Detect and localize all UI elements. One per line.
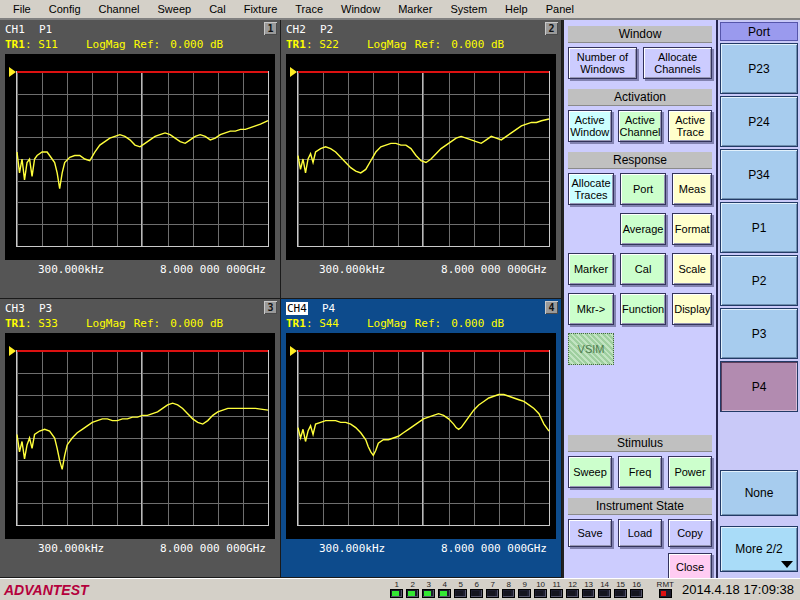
trace-info: TR1: S22LogMagRef:0.000 dB — [281, 36, 561, 53]
channel-window-1[interactable]: CH1 P1 1 TR1: S11LogMagRef:0.000 dB 300.… — [0, 20, 280, 298]
window-number-badge: 1 — [264, 22, 277, 35]
port-label: P3 — [39, 302, 52, 315]
channel-window-3[interactable]: CH3 P3 3 TR1: S33LogMagRef:0.000 dB 300.… — [0, 299, 280, 577]
allocate-channels-button[interactable]: Allocate Channels — [643, 47, 712, 79]
vsim-button: VSIM — [568, 333, 614, 365]
channel-indicators: 12345678910111213141516 — [389, 581, 645, 598]
more-label: More 2/2 — [735, 542, 782, 556]
plot-area[interactable] — [286, 333, 556, 539]
rmt-lamp-box — [659, 589, 672, 598]
allocate-traces-button[interactable]: Allocate Traces — [568, 173, 614, 205]
port-p24-button[interactable]: P24 — [720, 96, 798, 147]
marker-button[interactable]: Marker — [568, 253, 614, 285]
menu-cal[interactable]: Cal — [200, 1, 235, 17]
menu-sweep[interactable]: Sweep — [149, 1, 201, 17]
colon: : — [25, 317, 38, 330]
close-button[interactable]: Close — [668, 553, 712, 581]
channel-indicator: 12 — [565, 581, 581, 598]
channel-window-2[interactable]: CH2 P2 2 TR1: S22LogMagRef:0.000 dB 300.… — [281, 20, 561, 298]
menu-channel[interactable]: Channel — [90, 1, 149, 17]
sweep-button[interactable]: Sweep — [568, 456, 612, 488]
ref-label: Ref: — [134, 38, 161, 51]
stop-frequency: 8.000 000 000GHz — [160, 263, 266, 278]
menu-help[interactable]: Help — [496, 1, 537, 17]
port-none-button[interactable]: None — [720, 470, 798, 516]
s-parameter: S22 — [319, 38, 339, 51]
trace-plot — [17, 72, 268, 246]
channel-windows-area: CH1 P1 1 TR1: S11LogMagRef:0.000 dB 300.… — [0, 20, 562, 578]
format-button[interactable]: Format — [672, 213, 712, 245]
channel-indicator: 14 — [597, 581, 613, 598]
channel-label: CH2 — [286, 23, 306, 36]
status-bar: ADVANTEST 12345678910111213141516 RMT 20… — [0, 578, 800, 600]
power-button[interactable]: Power — [668, 456, 712, 488]
trace-info: TR1: S33LogMagRef:0.000 dB — [0, 315, 280, 332]
trace-info: TR1: S44LogMagRef:0.000 dB — [281, 315, 561, 332]
plot-area[interactable] — [5, 333, 275, 539]
plot-area[interactable] — [5, 54, 275, 260]
format-label: LogMag — [367, 317, 407, 330]
port-label: P1 — [39, 23, 52, 36]
menu-fixture[interactable]: Fixture — [235, 1, 287, 17]
port-p4-button-selected[interactable]: P4 — [720, 361, 798, 412]
display-button[interactable]: Display — [672, 293, 712, 325]
channel-indicator: 9 — [517, 581, 533, 598]
ref-value: 0.000 dB — [451, 38, 504, 51]
channel-indicator: 15 — [613, 581, 629, 598]
ref-value: 0.000 dB — [170, 38, 223, 51]
ref-label: Ref: — [415, 317, 442, 330]
function-button[interactable]: Function — [620, 293, 666, 325]
graticule — [16, 350, 269, 526]
menu-panel[interactable]: Panel — [537, 1, 583, 17]
trace-name: TR1 — [286, 38, 306, 51]
save-button[interactable]: Save — [568, 519, 612, 547]
colon: : — [306, 317, 319, 330]
channel-label: CH1 — [5, 23, 25, 36]
channel-indicator: 10 — [533, 581, 549, 598]
channel-indicator: 11 — [549, 581, 565, 598]
freq-button[interactable]: Freq — [618, 456, 662, 488]
trace-name: TR1 — [5, 317, 25, 330]
window-number-badge: 3 — [264, 301, 277, 314]
active-channel-button[interactable]: Active Channel — [618, 110, 663, 142]
cal-button[interactable]: Cal — [620, 253, 666, 285]
meas-button[interactable]: Meas — [672, 173, 712, 205]
more-arrow-icon — [781, 561, 793, 568]
port-button[interactable]: Port — [620, 173, 666, 205]
colon: : — [306, 38, 319, 51]
menu-marker[interactable]: Marker — [389, 1, 441, 17]
channel-indicator: 16 — [629, 581, 645, 598]
more-pages-button[interactable]: More 2/2 — [720, 526, 798, 572]
port-p1-button[interactable]: P1 — [720, 202, 798, 253]
scale-button[interactable]: Scale — [672, 253, 712, 285]
copy-button[interactable]: Copy — [668, 519, 712, 547]
menu-file[interactable]: File — [4, 1, 40, 17]
port-strip-header: Port — [720, 22, 798, 41]
port-p23-button[interactable]: P23 — [720, 43, 798, 94]
mkr-to-button[interactable]: Mkr-> — [568, 293, 614, 325]
number-of-windows-button[interactable]: Number of Windows — [568, 47, 637, 79]
window-title: CH2 P2 2 — [281, 21, 561, 36]
menu-window[interactable]: Window — [332, 1, 389, 17]
plot-area[interactable] — [286, 54, 556, 260]
average-button[interactable]: Average — [620, 213, 666, 245]
datetime-display: 2014.4.18 17:09:38 — [682, 582, 794, 597]
channel-label: CH3 — [5, 302, 25, 315]
reference-marker-icon — [290, 346, 297, 356]
trace-plot — [298, 72, 549, 246]
section-header-instrument-state: Instrument State — [568, 498, 712, 514]
port-p34-button[interactable]: P34 — [720, 149, 798, 200]
menu-system[interactable]: System — [441, 1, 496, 17]
window-number-badge: 2 — [545, 22, 558, 35]
menu-config[interactable]: Config — [40, 1, 90, 17]
active-window-button[interactable]: Active Window — [568, 110, 612, 142]
menu-trace[interactable]: Trace — [286, 1, 332, 17]
port-p2-button[interactable]: P2 — [720, 255, 798, 306]
active-trace-button[interactable]: Active Trace — [668, 110, 712, 142]
load-button[interactable]: Load — [618, 519, 662, 547]
channel-window-4-active[interactable]: CH4 P4 4 TR1: S44LogMagRef:0.000 dB 300.… — [281, 299, 561, 577]
port-p3-button[interactable]: P3 — [720, 308, 798, 359]
rmt-label: RMT — [657, 581, 674, 589]
frequency-axis: 300.000kHz 8.000 000 000GHz — [0, 260, 280, 278]
colon: : — [25, 38, 38, 51]
